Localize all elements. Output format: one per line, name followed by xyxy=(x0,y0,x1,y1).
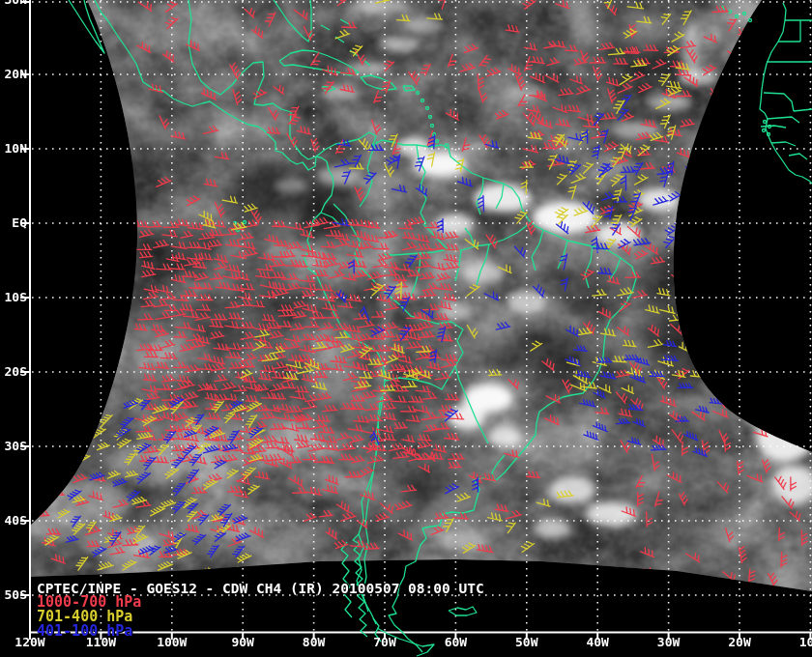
map-canvas xyxy=(0,0,812,657)
satellite-wind-map: 30N20N10NEQ10S20S30S40S50S 120W110W100W9… xyxy=(0,0,812,657)
